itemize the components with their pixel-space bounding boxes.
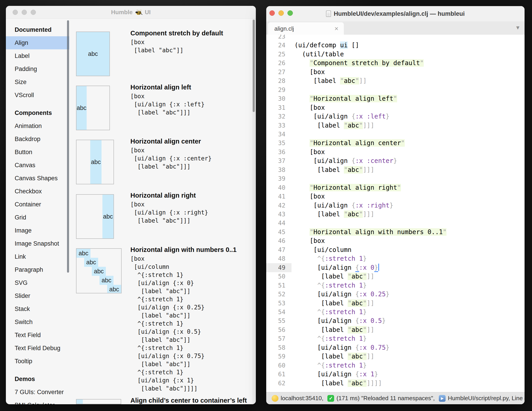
code-text: ^{:stretch 1} <box>294 334 367 343</box>
code-line[interactable]: 25 (util/table <box>266 50 524 59</box>
example-title: Horizontal align left <box>130 84 191 91</box>
code-line[interactable]: 29 <box>266 85 524 94</box>
code-text: ^{:stretch 1} <box>294 308 367 317</box>
minimize-button[interactable] <box>22 10 27 15</box>
sidebar-item-7-guis-converter[interactable]: 7 GUIs: Converter <box>6 385 69 399</box>
sidebar-item-checkbox[interactable]: Checkbox <box>6 185 69 198</box>
code-line[interactable]: 51 ^{:stretch 1} <box>266 281 524 290</box>
sidebar-item-grid[interactable]: Grid <box>6 211 69 224</box>
code-text: [label "abc"]]] <box>294 210 374 219</box>
code-line[interactable]: 35 "Horizontal align center" <box>266 138 524 148</box>
code-line[interactable]: 56 [label "abc"]] <box>266 325 524 334</box>
example-box: abc <box>76 32 110 76</box>
sidebar-item-label[interactable]: Label <box>6 49 69 62</box>
tab-align-clj[interactable]: align.clj × <box>268 22 344 35</box>
code-line[interactable]: 44 <box>266 219 524 228</box>
code-line[interactable]: 50 [label "abc"]] <box>266 272 524 281</box>
box-child-area: abc <box>107 285 121 293</box>
sidebar-item-stack[interactable]: Stack <box>6 302 69 315</box>
sidebar-item-vscroll[interactable]: VScroll <box>6 89 69 102</box>
line-number: 58 <box>266 343 285 352</box>
code-line[interactable]: 40 "Horizontal align right" <box>266 183 524 192</box>
code-line[interactable]: 27 [box <box>266 68 524 77</box>
box-abc-label: abc <box>76 86 87 130</box>
code-line[interactable]: 36 [box <box>266 148 524 157</box>
code-line[interactable]: 55 [ui/align {:x 0.5} <box>266 316 524 325</box>
code-text: [box <box>294 68 325 77</box>
code-line[interactable]: 30 "Horizontal align left" <box>266 94 524 103</box>
sidebar-item-text-field[interactable]: Text Field <box>6 329 69 342</box>
humble-ui-window: Humble UI DocumentedAlignLabelPaddingSiz… <box>6 6 256 404</box>
sidebar-item-switch[interactable]: Switch <box>6 315 69 329</box>
line-number: 31 <box>266 103 285 112</box>
code-line[interactable]: 53 [label "abc"]] <box>266 299 524 308</box>
chevron-down-icon[interactable]: ▼ <box>515 25 521 31</box>
sidebar-section-header-demos: Demos <box>6 373 69 385</box>
sidebar-item-link[interactable]: Link <box>6 250 69 263</box>
sidebar-item-animation[interactable]: Animation <box>6 119 69 132</box>
line-number: 51 <box>266 281 285 290</box>
sidebar-item-svg[interactable]: SVG <box>6 276 69 289</box>
code-text: ^{:stretch 1} <box>294 361 367 370</box>
sidebar-item-bmi-calculator[interactable]: BMI Calculator <box>6 399 69 404</box>
code-line[interactable]: 33 [label "abc"]]] <box>266 121 524 130</box>
code-line[interactable]: 61 [ui/align {:x 1} <box>266 370 524 379</box>
code-line[interactable]: 57 ^{:stretch 1} <box>266 334 524 343</box>
sidebar-item-text-field-debug[interactable]: Text Field Debug <box>6 342 69 355</box>
code-line[interactable]: 49 [ui/align {:x 0} <box>266 263 524 272</box>
yellow-circle-icon <box>272 395 278 402</box>
code-line[interactable]: 39 <box>266 174 524 183</box>
sidebar-item-button[interactable]: Button <box>6 146 69 159</box>
content-scrollbar[interactable] <box>253 20 255 112</box>
code-line[interactable]: 38 [label "abc"]]] <box>266 165 524 174</box>
code-line[interactable]: 31 [box <box>266 103 524 112</box>
code-line[interactable]: 59 [label "abc"]] <box>266 352 524 361</box>
box-abc-label: abc <box>102 277 112 284</box>
line-number: 23 <box>266 35 285 41</box>
close-button[interactable] <box>13 10 18 15</box>
sidebar-item-canvas-shapes[interactable]: Canvas Shapes <box>6 172 69 185</box>
close-icon[interactable]: × <box>334 25 344 32</box>
code-line[interactable]: 52 [ui/align {:x 0.25} <box>266 290 524 299</box>
code-text: [label "abc"]]] <box>294 165 374 174</box>
code-line[interactable]: 62 [label "abc"]]]] <box>266 379 524 388</box>
code-line[interactable]: 28 [label "abc"]] <box>266 76 524 85</box>
code-line[interactable]: 60 ^{:stretch 1} <box>266 361 524 370</box>
sidebar-item-container[interactable]: Container <box>6 198 69 211</box>
code-line[interactable]: 26 "Component stretch by default" <box>266 59 524 68</box>
sidebar-item-tooltip[interactable]: Tooltip <box>6 355 69 368</box>
code-line[interactable]: 34 <box>266 130 524 139</box>
code-text: [box <box>294 103 325 112</box>
sidebar-item-paragraph[interactable]: Paragraph <box>6 263 69 276</box>
code-line[interactable]: 42 [ui/align {:x :right} <box>266 201 524 210</box>
sidebar-item-backdrop[interactable]: Backdrop <box>6 132 69 146</box>
zoom-button[interactable] <box>287 10 293 16</box>
code-line[interactable]: 46 [box <box>266 236 524 245</box>
code-line[interactable]: 24(ui/defcomp ui [] <box>266 41 524 50</box>
sidebar-scrollbar[interactable] <box>67 20 69 273</box>
sidebar-item-padding[interactable]: Padding <box>6 62 69 75</box>
code-line[interactable]: 48 ^{:stretch 1} <box>266 254 524 263</box>
close-button[interactable] <box>269 10 275 16</box>
box-child-area <box>76 400 83 404</box>
code-line[interactable]: 23 <box>266 35 524 41</box>
code-line[interactable]: 43 [label "abc"]]] <box>266 210 524 219</box>
sidebar-section-header-documented: Documented <box>6 23 69 36</box>
code-line[interactable]: 47 [ui/column <box>266 245 524 254</box>
code-line[interactable]: 54 ^{:stretch 1} <box>266 308 524 317</box>
sidebar-item-slider[interactable]: Slider <box>6 289 69 302</box>
code-line[interactable]: 32 [ui/align {:x :left} <box>266 112 524 121</box>
sidebar-item-image[interactable]: Image <box>6 224 69 237</box>
sidebar-item-canvas[interactable]: Canvas <box>6 159 69 172</box>
code-line[interactable]: 41 [box <box>266 192 524 201</box>
code-line[interactable]: 58 [ui/align {:x 0.75} <box>266 343 524 352</box>
zoom-button[interactable] <box>31 10 36 15</box>
code-editor[interactable]: 2324(ui/defcomp ui []25 (util/table26 "C… <box>266 35 524 392</box>
code-line[interactable]: 45 "Horizontal align with numbers 0..1" <box>266 228 524 237</box>
code-line[interactable]: 37 [ui/align {:x :center} <box>266 156 524 165</box>
sidebar-item-image-snapshot[interactable]: Image Snapshot <box>6 237 69 250</box>
sidebar-item-align[interactable]: Align <box>6 36 69 49</box>
sidebar-item-size[interactable]: Size <box>6 75 69 89</box>
window-title-pre: Humble <box>111 9 133 16</box>
minimize-button[interactable] <box>278 10 284 16</box>
